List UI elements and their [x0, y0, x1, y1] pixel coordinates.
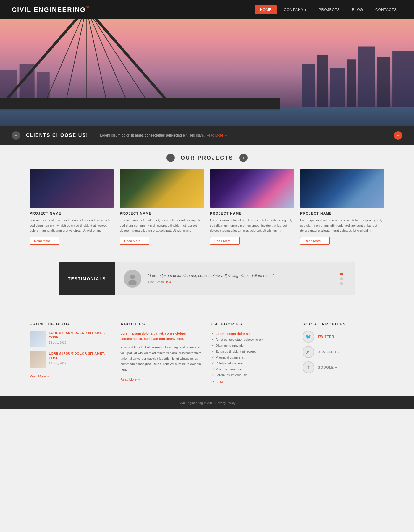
category-item-7: Lorem ipsum dolor sit	[211, 372, 294, 378]
testimonial-dots	[340, 273, 346, 285]
blog-post-2: LOREM IPSUM DOLOR SIT AMET, COSE... 12 J…	[30, 351, 112, 368]
slider-prev-btn[interactable]: ←	[12, 131, 20, 140]
project-desc-4: Lorem ipsum dolor sit amet, conse ctetue…	[300, 218, 384, 233]
project-image-1	[30, 169, 114, 208]
nav-blog[interactable]: BLOG	[347, 5, 368, 14]
logo: CIVIL ENGINEERING✕	[12, 6, 255, 14]
blog-thumb-1	[30, 331, 46, 347]
blog-post-date-1: 12 July, 2012	[49, 341, 112, 344]
projects-next-btn[interactable]: +	[239, 154, 248, 162]
testimonials-section: TESTIMONIALS " Lorem ipsum dolor sit ame…	[0, 257, 414, 301]
category-item-6: Minim veniam quis	[211, 366, 294, 372]
divider-left	[30, 158, 161, 158]
project-image-2	[120, 169, 204, 208]
slider-read-more[interactable]: Read More →	[206, 133, 228, 137]
project-card-4: PROJECT NAME Lorem ipsum dolor sit amet,…	[300, 169, 384, 245]
blog-post-info-2: LOREM IPSUM DOLOR SIT AMET, COSE... 12 J…	[49, 351, 112, 365]
footer-about-col: ABOUT US Lorem ipsum dolor sit amet, con…	[121, 322, 203, 384]
slider-banner: ← CLIENTS CHOOSE US! Lorem ipsum dolor s…	[0, 126, 414, 145]
project-desc-3: Lorem ipsum dolor sit amet, conse ctetue…	[210, 218, 294, 233]
testimonials-content: " Lorem ipsum dolor sit amet, consectetu…	[115, 262, 355, 295]
svg-rect-3	[317, 55, 328, 107]
footer-about-title: ABOUT US	[121, 322, 203, 326]
google-label[interactable]: GOOGLE +	[318, 366, 337, 369]
dot-2[interactable]	[340, 277, 343, 280]
svg-rect-20	[0, 98, 280, 109]
project-image-3	[210, 169, 294, 208]
testimonial-avatar	[124, 270, 141, 288]
project-read-more-1[interactable]: Read More →	[30, 237, 59, 245]
project-name-1: PROJECT NAME	[30, 211, 114, 215]
nav-home[interactable]: HOME	[255, 5, 277, 14]
slider-title: CLIENTS CHOOSE US!	[26, 133, 88, 138]
slider-next-btn[interactable]: →	[394, 131, 402, 140]
projects-grid: PROJECT NAME Lorem ipsum dolor sit amet,…	[30, 169, 384, 245]
logo-x: ✕	[86, 5, 90, 9]
svg-rect-7	[377, 57, 390, 107]
footer-social-col: SOCIAL PROFILES 🐦 TWITTER RSS FEEDS + GO…	[303, 322, 385, 384]
google-icon[interactable]: +	[303, 361, 314, 373]
nav-projects[interactable]: PROJECTS	[313, 5, 345, 14]
category-item-1: Amet consectetuer adipiscing elit	[211, 337, 294, 343]
testimonial-quote: " Lorem ipsum dolor sit amet, consectetu…	[147, 273, 334, 278]
blog-read-more[interactable]: Read More →	[30, 374, 50, 378]
twitter-icon[interactable]: 🐦	[303, 331, 314, 343]
categories-read-more[interactable]: Read More →	[211, 380, 232, 384]
category-link-0[interactable]: Lorem ipsum dolor sit	[216, 332, 250, 335]
category-item-3: Euismod tincidunt ut laoreet	[211, 348, 294, 354]
rss-icon[interactable]	[303, 346, 314, 358]
footer-categories-col: CATEGORIES Lorem ipsum dolor sit Amet co…	[211, 322, 294, 384]
footer-social-title: SOCIAL PROFILES	[303, 322, 385, 326]
twitter-label[interactable]: TWITTER	[318, 335, 334, 338]
social-google: + GOOGLE +	[303, 361, 385, 373]
dot-3[interactable]	[340, 282, 343, 285]
testimonial-author: Allan Smith USA	[147, 280, 334, 284]
blog-post-title-2[interactable]: LOREM IPSUM DOLOR SIT AMET, COSE...	[49, 351, 112, 361]
footer-blog-col: FROM THE BLOG LOREM IPSUM DOLOR SIT AMET…	[30, 322, 112, 384]
category-item-5: Volutpat ut wisi enim	[211, 360, 294, 366]
logo-text: CIVIL ENGINEERING	[12, 6, 86, 13]
svg-rect-8	[392, 51, 414, 107]
rss-label[interactable]: RSS FEEDS	[318, 350, 339, 354]
project-name-3: PROJECT NAME	[210, 211, 294, 215]
social-twitter: 🐦 TWITTER	[303, 331, 385, 343]
dot-1[interactable]	[340, 273, 343, 275]
project-card-3: PROJECT NAME Lorem ipsum dolor sit amet,…	[210, 169, 294, 245]
header: CIVIL ENGINEERING✕ HOME COMPANY PROJECTS…	[0, 0, 414, 19]
testimonial-text: " Lorem ipsum dolor sit amet, consectetu…	[147, 273, 334, 284]
main-nav: HOME COMPANY PROJECTS BLOG CONTACTS	[255, 5, 402, 14]
project-card-1: PROJECT NAME Lorem ipsum dolor sit amet,…	[30, 169, 114, 245]
project-name-4: PROJECT NAME	[300, 211, 384, 215]
blog-post-title-1[interactable]: LOREM IPSUM DOLOR SIT AMET, COSE...	[49, 331, 112, 340]
hero-image	[0, 19, 414, 126]
rss-svg	[305, 349, 311, 355]
project-read-more-2[interactable]: Read More →	[120, 237, 149, 245]
slider-text: Lorem ipsum dolor sit amet, consectetuer…	[94, 133, 388, 137]
project-read-more-3[interactable]: Read More →	[210, 237, 240, 245]
social-rss: RSS FEEDS	[303, 346, 385, 358]
blog-post-info-1: LOREM IPSUM DOLOR SIT AMET, COSE... 12 J…	[49, 331, 112, 344]
nav-contacts[interactable]: CONTACTS	[370, 5, 402, 14]
testimonials-label: TESTIMONIALS	[59, 262, 115, 295]
divider-right	[253, 158, 384, 158]
footer-blog-title: FROM THE BLOG	[30, 322, 112, 326]
footer-categories-title: CATEGORIES	[211, 322, 294, 326]
testimonials-box: TESTIMONIALS " Lorem ipsum dolor sit ame…	[59, 262, 355, 295]
category-item-2: Diam nonummy nibh	[211, 343, 294, 348]
projects-header: ← OUR PROJECTS +	[30, 154, 384, 162]
svg-point-22	[130, 275, 135, 279]
footer-top: FROM THE BLOG LOREM IPSUM DOLOR SIT AMET…	[0, 310, 414, 396]
privacy-link[interactable]: Privacy Policy	[215, 401, 235, 405]
svg-rect-6	[358, 47, 375, 107]
hero-svg	[0, 19, 414, 126]
svg-rect-5	[347, 59, 356, 107]
blog-post-1: LOREM IPSUM DOLOR SIT AMET, COSE... 12 J…	[30, 331, 112, 347]
project-read-more-4[interactable]: Read More →	[300, 237, 330, 245]
projects-title: OUR PROJECTS	[181, 155, 233, 161]
svg-rect-4	[330, 68, 345, 107]
projects-section: ← OUR PROJECTS + PROJECT NAME Lorem ipsu…	[0, 145, 414, 257]
about-read-more[interactable]: Read More →	[121, 378, 141, 381]
category-item-4: Magna aliquam erat	[211, 354, 294, 360]
nav-company[interactable]: COMPANY	[279, 5, 312, 14]
projects-prev-btn[interactable]: ←	[166, 154, 175, 162]
